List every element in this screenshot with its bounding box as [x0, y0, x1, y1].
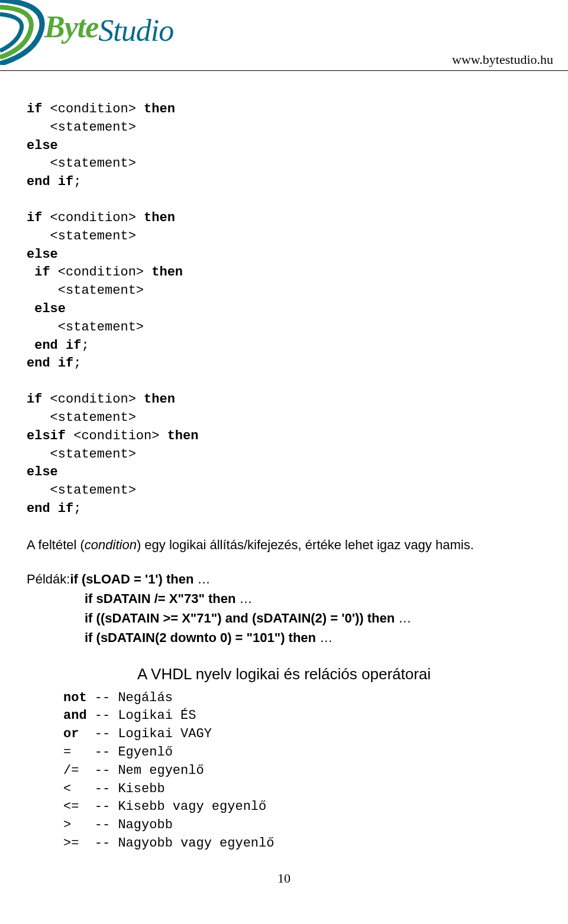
condition-paragraph: A feltétel (condition) egy logikai állít…	[27, 536, 541, 555]
ex2-pre: if sDATAIN /= X"73"	[85, 591, 208, 606]
code-block-nested-if: if <condition> then <statement> else if …	[27, 209, 541, 373]
code-block-if-else: if <condition> then <statement> else <st…	[27, 100, 541, 192]
examples-label: Példák:	[27, 572, 70, 586]
logo: ByteStudio	[44, 9, 173, 44]
ex1-pre: if (sLOAD = '1')	[70, 572, 166, 586]
ex3-ell: …	[395, 611, 411, 625]
ex3-and: and	[225, 611, 248, 625]
ex2-ell: …	[235, 591, 252, 606]
paragraph-italic: condition	[85, 537, 137, 552]
ex1-then: then	[166, 572, 193, 586]
examples-block: Példák:if (sLOAD = '1') then … if sDATAI…	[27, 569, 541, 647]
code-block-elsif: if <condition> then <statement> elsif <c…	[27, 391, 541, 518]
paragraph-pre: A feltétel (	[27, 537, 85, 552]
ex3-pre: if ((sDATAIN >= X"71")	[85, 611, 225, 625]
logo-text-studio: Studio	[98, 14, 173, 47]
page-number: 10	[27, 871, 541, 898]
ex3-mid: (sDATAIN(2) = '0'))	[248, 611, 367, 625]
logo-text-byte: Byte	[44, 10, 98, 44]
ex3-then: then	[367, 611, 395, 625]
ex2-then: then	[208, 591, 235, 606]
ex1-ell: …	[194, 572, 211, 586]
paragraph-post: ) egy logikai állítás/kifejezés, értéke …	[137, 537, 474, 552]
page-header: ByteStudio www.bytestudio.hu	[0, 0, 568, 71]
ex4-pre: if (sDATAIN(2 downto 0) = "101")	[85, 630, 289, 645]
operators-title: A VHDL nyelv logikai és relációs operáto…	[27, 665, 541, 683]
ex4-then: then	[289, 630, 316, 645]
page-content: if <condition> then <statement> else <st…	[0, 71, 568, 916]
site-url: www.bytestudio.hu	[452, 52, 553, 67]
operators-list: not -- Negálás and -- Logikai ÉS or -- L…	[63, 689, 541, 853]
ex4-ell: …	[316, 630, 333, 645]
